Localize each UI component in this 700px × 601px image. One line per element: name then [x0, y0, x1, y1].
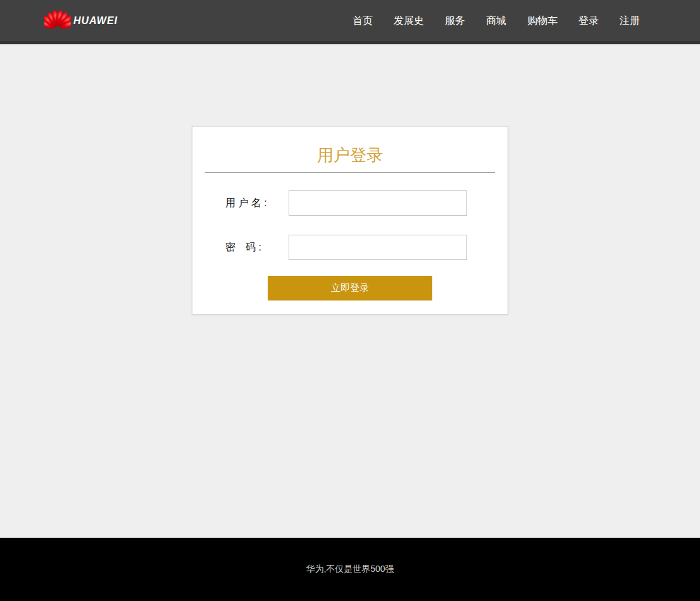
nav-item-history[interactable]: 发展史 — [394, 0, 424, 41]
footer: 华为,不仅是世界500强 — [0, 538, 700, 601]
brand-name: HUAWEI — [73, 15, 118, 27]
footer-tagline: 华为,不仅是世界500强 — [306, 564, 394, 575]
nav-item-services[interactable]: 服务 — [445, 0, 465, 41]
huawei-flower-icon — [44, 9, 71, 33]
nav-item-register[interactable]: 注册 — [620, 0, 640, 41]
button-row: 立即登录 — [192, 276, 508, 300]
nav-item-mall[interactable]: 商城 — [486, 0, 506, 41]
login-card: 用户登录 用 户 名 : 密 码 : 立即登录 — [192, 126, 508, 314]
brand-logo[interactable]: HUAWEI — [44, 9, 118, 33]
nav-item-home[interactable]: 首页 — [353, 0, 373, 41]
main-content: 用户登录 用 户 名 : 密 码 : 立即登录 — [0, 44, 700, 538]
main-nav: 首页 发展史 服务 商城 购物车 登录 注册 — [353, 0, 640, 41]
header: HUAWEI 首页 发展史 服务 商城 购物车 登录 注册 — [0, 0, 700, 44]
username-row: 用 户 名 : — [225, 190, 508, 216]
password-input[interactable] — [289, 235, 467, 260]
password-row: 密 码 : — [225, 235, 508, 260]
login-title: 用户登录 — [192, 146, 508, 164]
password-label: 密 码 : — [225, 241, 275, 254]
login-submit-button[interactable]: 立即登录 — [268, 276, 432, 300]
title-divider — [205, 172, 495, 173]
nav-item-cart[interactable]: 购物车 — [527, 0, 558, 41]
username-label: 用 户 名 : — [225, 197, 275, 210]
nav-item-login[interactable]: 登录 — [578, 0, 599, 41]
username-input[interactable] — [289, 190, 467, 216]
